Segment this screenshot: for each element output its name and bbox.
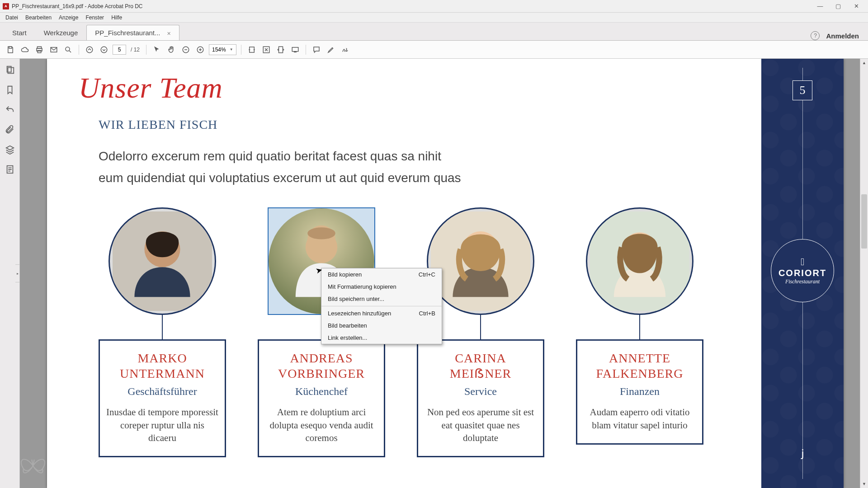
maximize-button[interactable]: ▢ [829, 2, 847, 11]
document-area[interactable]: 5 𓆟 CORIORT Fischrestaurant ⱼ Unser Team… [20, 59, 868, 488]
zoom-select[interactable]: 154%▼ [209, 44, 236, 55]
window-title: PP_Fischrestaurant_16x9.pdf - Adobe Acro… [12, 3, 143, 9]
member-name: ANDREAS VORBRINGER [265, 351, 377, 381]
tab-close-icon[interactable]: ✕ [167, 31, 171, 36]
menu-view[interactable]: Anzeige [55, 14, 82, 22]
team-row: MARKO UNTERMANN Geschäftsführer Inusdae … [99, 207, 844, 457]
thumbnails-icon[interactable] [5, 65, 15, 75]
mail-icon[interactable] [48, 44, 60, 56]
team-member: ANNETTE FALKENBERG Finanzen Audam eaperr… [576, 207, 703, 457]
member-role: Service [425, 385, 537, 398]
page-heading: Unser Team [79, 71, 844, 105]
portrait[interactable] [427, 207, 534, 315]
zoom-in-icon[interactable] [194, 44, 206, 56]
body-text: Odelorro excerum rem quid quatio beritat… [99, 145, 844, 188]
scroll-down-icon[interactable]: ▼ [860, 480, 868, 488]
member-card: ANDREAS VORBRINGER Küchenchef Atem re do… [258, 339, 385, 457]
workspace: ▸ 5 𓆟 CORIORT Fischrestaurant ⱼ Unser Te… [0, 59, 868, 488]
svg-rect-14 [294, 51, 296, 52]
tab-document[interactable]: PP_Fischrestaurant... ✕ [86, 25, 179, 40]
tab-start[interactable]: Start [4, 25, 35, 40]
hand-tool-icon[interactable] [165, 44, 177, 56]
read-mode-icon[interactable] [289, 44, 301, 56]
svg-rect-10 [249, 47, 254, 52]
member-card: CARINA MEIẞNER Service Non ped eos aperu… [417, 339, 544, 457]
page-total-label: / 12 [129, 47, 142, 53]
fit-width-icon[interactable] [246, 44, 258, 56]
ctx-save-image[interactable]: Bild speichern unter... [321, 293, 442, 305]
context-menu: Bild kopierenCtrl+C Mit Formatierung kop… [321, 268, 442, 344]
svg-point-7 [101, 47, 107, 53]
scroll-up-icon[interactable]: ▲ [860, 59, 868, 67]
help-icon[interactable]: ? [811, 31, 820, 40]
member-card: ANNETTE FALKENBERG Finanzen Audam eaperr… [576, 339, 703, 445]
page-down-icon[interactable] [98, 44, 110, 56]
team-member: ANDREAS VORBRINGER Küchenchef Atem re do… [258, 207, 385, 457]
svg-point-6 [86, 47, 93, 53]
highlight-icon[interactable] [325, 44, 337, 56]
portrait[interactable] [586, 207, 693, 315]
member-name: MARKO UNTERMANN [106, 351, 218, 381]
ctx-add-bookmark[interactable]: Lesezeichen hinzufügenCtrl+B [321, 307, 442, 319]
ctx-copy-image[interactable]: Bild kopierenCtrl+C [321, 268, 442, 281]
member-desc: Atem re doluptium arci dolupta esequo ve… [265, 406, 377, 444]
pdf-app-icon: A [3, 3, 9, 9]
member-name: ANNETTE FALKENBERG [584, 351, 696, 381]
cloud-icon[interactable] [19, 44, 31, 56]
svg-rect-13 [292, 47, 298, 51]
member-role: Geschäftsführer [106, 385, 218, 398]
chevron-down-icon: ▼ [230, 47, 233, 52]
menu-window[interactable]: Fenster [82, 14, 108, 22]
rail-expand-icon[interactable]: ▸ [15, 264, 20, 282]
pdf-page: 5 𓆟 CORIORT Fischrestaurant ⱼ Unser Team… [47, 59, 844, 488]
tabbar: Start Werkzeuge PP_Fischrestaurant... ✕ … [0, 23, 868, 41]
ctx-edit-image[interactable]: Bild bearbeiten [321, 319, 442, 332]
member-desc: Audam eaperro odi vitatio blam vitatur s… [584, 406, 696, 432]
print-icon[interactable] [33, 44, 45, 56]
member-desc: Inusdae di tempore mporessit coreper rup… [106, 406, 218, 444]
svg-point-5 [66, 47, 70, 51]
butterfly-watermark-icon [17, 450, 49, 483]
ctx-create-link[interactable]: Link erstellen... [321, 332, 442, 344]
toolbar: / 12 154%▼ [0, 41, 868, 59]
team-member: MARKO UNTERMANN Geschäftsführer Inusdae … [99, 207, 226, 457]
portrait[interactable] [108, 207, 216, 315]
vertical-scrollbar[interactable]: ▲ ▼ [860, 59, 868, 488]
menu-edit[interactable]: Bearbeiten [22, 14, 55, 22]
scroll-thumb[interactable] [861, 194, 867, 249]
page-subheading: WIR LIEBEN FISCH [99, 117, 844, 132]
search-icon[interactable] [62, 44, 74, 56]
member-role: Küchenchef [265, 385, 377, 398]
attachments-icon[interactable] [5, 125, 15, 135]
menu-file[interactable]: Datei [2, 14, 22, 22]
minimize-button[interactable]: — [811, 2, 829, 11]
layers-icon[interactable] [5, 145, 15, 155]
fit-page-icon[interactable] [260, 44, 272, 56]
close-window-button[interactable]: ✕ [847, 2, 865, 11]
svg-rect-0 [9, 47, 12, 48]
nav-rail: ▸ [0, 59, 20, 488]
titlebar: A PP_Fischrestaurant_16x9.pdf - Adobe Ac… [0, 0, 868, 13]
svg-point-22 [307, 227, 335, 239]
sign-icon[interactable] [340, 44, 351, 56]
menu-help[interactable]: Hilfe [108, 14, 126, 22]
scroll-mode-icon[interactable] [275, 44, 287, 56]
select-tool-icon[interactable] [151, 44, 163, 56]
member-name: CARINA MEIẞNER [425, 351, 537, 381]
ctx-copy-formatted[interactable]: Mit Formatierung kopieren [321, 281, 442, 293]
svg-rect-12 [278, 47, 283, 53]
member-desc: Non ped eos aperume sit est eat quasitet… [425, 406, 537, 444]
page-number-input[interactable] [113, 45, 126, 55]
page-up-icon[interactable] [84, 44, 95, 56]
comment-icon[interactable] [311, 44, 322, 56]
member-card: MARKO UNTERMANN Geschäftsführer Inusdae … [99, 339, 226, 457]
articles-icon[interactable] [5, 164, 15, 174]
undo-icon[interactable] [5, 105, 15, 115]
menubar: Datei Bearbeiten Anzeige Fenster Hilfe [0, 13, 868, 23]
tab-tools[interactable]: Werkzeuge [35, 25, 87, 40]
zoom-out-icon[interactable] [180, 44, 192, 56]
save-icon[interactable] [5, 44, 16, 56]
bookmarks-icon[interactable] [5, 85, 15, 95]
tab-document-label: PP_Fischrestaurant... [95, 29, 160, 37]
login-link[interactable]: Anmelden [826, 32, 859, 40]
